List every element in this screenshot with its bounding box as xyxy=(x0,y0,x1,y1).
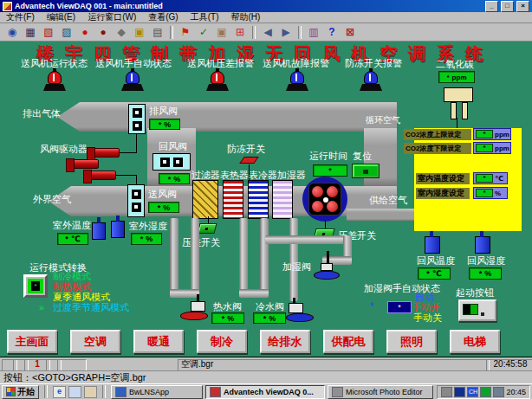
beacon-fan-run xyxy=(43,70,66,92)
tray-app-icon[interactable] xyxy=(454,387,465,397)
exhaust-duct xyxy=(57,102,397,132)
exhaust-valve-value: * xyxy=(159,120,162,129)
menu-help[interactable]: 帮助(H) xyxy=(224,11,266,23)
humid-valve-body[interactable] xyxy=(321,263,333,271)
beacon-fan-dp xyxy=(206,70,229,92)
reset-label: 复位 xyxy=(353,151,372,161)
freeze-switch-icon[interactable] xyxy=(239,157,259,164)
notebook-icon[interactable]: ▥ xyxy=(305,25,322,40)
nav-elevator[interactable]: 电梯 xyxy=(450,330,500,353)
filter-pressure-switch[interactable] xyxy=(198,223,217,234)
chart-icon[interactable]: ▧ xyxy=(40,25,57,40)
window-titlebar: Advantech ViewDAQ 001 - main:untitled _ … xyxy=(0,0,532,12)
fresh-valve[interactable] xyxy=(127,184,145,217)
outlook-quicklaunch-icon[interactable] xyxy=(84,386,97,398)
nav-water[interactable]: 给排水 xyxy=(260,330,310,353)
co2-high-setpoint-unit: ppm xyxy=(495,131,509,138)
damper-driver-label: 风阀驱动器 xyxy=(40,145,88,154)
menu-run-window[interactable]: 运行窗口(W) xyxy=(81,11,142,23)
outdoor-temp-display: *℃ xyxy=(57,233,88,245)
app-icon xyxy=(3,2,12,11)
nav-main-screen[interactable]: 主画面 xyxy=(7,330,57,353)
status-cell xyxy=(57,359,87,371)
task-photo-editor[interactable]: Microsoft Photo Editor xyxy=(328,385,433,399)
forward-icon[interactable]: ▶ xyxy=(277,25,295,40)
task-label: Advantech ViewDAQ 0... xyxy=(224,388,314,396)
mode-indicator-button[interactable]: * xyxy=(23,274,48,298)
zoom-icon[interactable]: ◉ xyxy=(3,25,21,40)
task-bwlnsapp[interactable]: BwLNSApp xyxy=(111,385,203,399)
ack-red-icon[interactable]: ⚑ xyxy=(177,25,194,40)
alarm-ball-dark-icon[interactable]: ● xyxy=(94,25,112,40)
cold-valve-body[interactable] xyxy=(289,303,303,313)
volume-icon[interactable] xyxy=(441,387,452,397)
close-button[interactable]: × xyxy=(516,1,529,12)
alarm-ball-icon[interactable]: ● xyxy=(76,25,94,40)
valve-glyph xyxy=(132,203,141,212)
return-valve-unit: % xyxy=(173,175,180,183)
nav-hvac-ac[interactable]: 空调 xyxy=(70,330,120,353)
nav-lighting[interactable]: 照明 xyxy=(386,330,437,353)
back-icon[interactable]: ◀ xyxy=(259,25,276,40)
actuator-link-line xyxy=(116,175,137,176)
minimize-button[interactable]: _ xyxy=(485,1,498,12)
maximize-button[interactable]: □ xyxy=(501,1,514,12)
humid-status-display: * xyxy=(387,301,412,313)
heating-coil-component xyxy=(223,180,243,219)
menu-file[interactable]: 文件(F) xyxy=(0,11,41,23)
nav-power[interactable]: 供配电 xyxy=(323,330,373,353)
menu-tools[interactable]: 工具(T) xyxy=(185,11,225,23)
printer-icon[interactable]: ▤ xyxy=(149,25,166,40)
tool-icon[interactable]: ◆ xyxy=(113,25,130,40)
locks-icon[interactable]: ▣ xyxy=(213,25,230,40)
panel-icon[interactable]: ▦ xyxy=(22,25,39,40)
cold-valve-display: *% xyxy=(253,312,286,324)
start-menu-button[interactable]: 开始 xyxy=(2,385,39,399)
beacon-dome xyxy=(364,71,378,84)
room-hum-setpoint-label: 室内湿度设定 xyxy=(416,188,470,199)
exhaust-valve[interactable] xyxy=(128,104,146,134)
chilled-water-pipe xyxy=(239,218,248,294)
system-tray: CH 20:45 xyxy=(437,385,530,399)
room-temp-setpoint-label: 室内温度设定 xyxy=(416,173,470,184)
room-temp-setpoint-display[interactable]: *℃ xyxy=(473,172,508,184)
alarm-label-freeze: 防冻开关报警 xyxy=(345,59,402,68)
nav-heating-vent[interactable]: 暖通 xyxy=(133,330,184,353)
task-viewdaq[interactable]: Advantech ViewDAQ 0... xyxy=(205,385,325,399)
menu-edit[interactable]: 编辑(E) xyxy=(41,11,81,23)
exit-icon[interactable]: ⊠ xyxy=(341,25,359,40)
chilled-water-pipe-elbow xyxy=(239,289,269,298)
ime-indicator-icon[interactable]: CH xyxy=(467,387,478,397)
co2-sensor-leg xyxy=(462,102,468,119)
co2-display: *ppm xyxy=(438,71,475,83)
start-button[interactable] xyxy=(458,299,496,321)
windows-icon[interactable]: ⊞ xyxy=(231,25,249,40)
chilled-water-pipe xyxy=(289,218,298,301)
ie-quicklaunch-icon[interactable]: e xyxy=(53,386,66,398)
outdoor-temp-value: * xyxy=(65,235,68,243)
antivirus-icon[interactable] xyxy=(480,387,491,397)
hot-valve-display: *% xyxy=(211,312,244,324)
room-hum-setpoint-display[interactable]: *% xyxy=(473,187,508,199)
ack-green-icon[interactable]: ✓ xyxy=(195,25,212,40)
menu-view[interactable]: 查看(G) xyxy=(142,11,184,23)
co2-high-setpoint-display[interactable]: *ppm xyxy=(473,128,511,140)
alarm-label-fan-dp: 送风机压差报警 xyxy=(187,59,254,68)
windows-flag-icon xyxy=(6,387,16,396)
trend-icon[interactable]: ▨ xyxy=(58,25,75,40)
outdoor-temp-sensor xyxy=(92,222,106,240)
beacon-dome xyxy=(211,71,224,84)
help-icon[interactable]: ? xyxy=(323,25,341,40)
network-icon[interactable] xyxy=(493,387,504,397)
lock-key-icon[interactable]: ▣ xyxy=(131,25,148,40)
reset-button[interactable] xyxy=(353,164,379,177)
return-valve[interactable] xyxy=(152,153,191,171)
toolbar-separator xyxy=(298,26,302,39)
hot-valve-body[interactable] xyxy=(191,301,205,312)
nav-refrigeration[interactable]: 制冷 xyxy=(197,330,247,353)
return-hum-unit: % xyxy=(484,269,491,278)
desktop-quicklaunch-icon[interactable] xyxy=(68,386,81,398)
co2-low-setpoint-display[interactable]: *ppm xyxy=(473,142,511,154)
cold-valve-value: * xyxy=(263,314,267,323)
hot-valve-label: 热水阀 xyxy=(213,302,242,312)
